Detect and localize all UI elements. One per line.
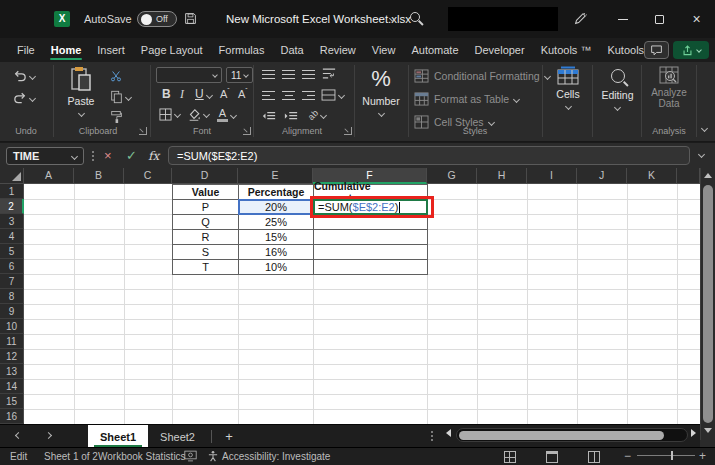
column-header-E[interactable]: E: [238, 168, 313, 184]
editing-button[interactable]: Editing: [595, 66, 640, 136]
previous-sheet-icon[interactable]: [15, 432, 22, 439]
underline-dropdown-icon[interactable]: [206, 92, 213, 99]
cell-D2[interactable]: P: [172, 199, 239, 215]
font-name-combo[interactable]: [156, 67, 222, 83]
column-header-D[interactable]: D: [172, 168, 238, 184]
fill-color-button[interactable]: [187, 108, 209, 121]
document-title[interactable]: New Microsoft Excel Worksheet.xlsx: [226, 13, 411, 25]
worksheet-grid[interactable]: ABCDEFGHIJK12345678910111213141516ValueP…: [0, 168, 700, 424]
redo-button[interactable]: [13, 92, 35, 104]
row-header-14[interactable]: 14: [0, 379, 24, 394]
increase-indent-button[interactable]: [284, 111, 298, 122]
search-icon[interactable]: [410, 12, 420, 22]
table-header-D[interactable]: Value: [172, 184, 239, 200]
font-dialog-launcher[interactable]: [243, 127, 251, 135]
zoom-slider-thumb[interactable]: [671, 451, 673, 460]
cell-F3[interactable]: [313, 214, 428, 230]
sheet-tab-sheet1[interactable]: Sheet1: [88, 425, 148, 448]
comments-button[interactable]: [644, 41, 669, 59]
vertical-scrollbar-thumb[interactable]: [703, 185, 713, 423]
expand-formula-bar-icon[interactable]: [698, 151, 705, 158]
column-header-B[interactable]: B: [74, 168, 124, 184]
column-header-A[interactable]: A: [24, 168, 74, 184]
close-button[interactable]: ×: [680, 3, 713, 35]
cell-E6[interactable]: 10%: [238, 259, 314, 275]
row-header-16[interactable]: 16: [0, 409, 24, 424]
tab-automate[interactable]: Automate: [410, 44, 459, 56]
number-format-button[interactable]: % Number: [356, 66, 406, 136]
formula-bar-grip[interactable]: [92, 151, 94, 153]
bold-button[interactable]: B: [162, 87, 171, 101]
wrap-text-button[interactable]: [322, 67, 336, 80]
column-header-I[interactable]: I: [527, 168, 577, 184]
align-bottom-icon[interactable]: [302, 70, 315, 79]
row-header-1[interactable]: 1: [0, 184, 24, 199]
align-right-icon[interactable]: [302, 91, 315, 100]
cancel-button[interactable]: ×: [104, 147, 112, 165]
underline-button[interactable]: U: [195, 87, 204, 101]
cell-E3[interactable]: 25%: [238, 214, 314, 230]
tab-page-layout[interactable]: Page Layout: [140, 44, 204, 56]
align-top-icon[interactable]: [262, 70, 275, 79]
column-header-J[interactable]: J: [577, 168, 627, 184]
row-header-12[interactable]: 12: [0, 349, 24, 364]
row-header-9[interactable]: 9: [0, 304, 24, 319]
zoom-out-button[interactable]: −: [624, 449, 631, 463]
vertical-scrollbar[interactable]: [700, 168, 715, 440]
cell-E2[interactable]: 20%: [238, 199, 314, 215]
cell-E5[interactable]: 16%: [238, 244, 314, 260]
cell-F2-formula[interactable]: =SUM($E$2:E2): [313, 199, 428, 215]
minimize-button[interactable]: [606, 3, 639, 35]
align-center-icon[interactable]: [282, 91, 295, 100]
tab-review[interactable]: Review: [319, 44, 357, 56]
add-sheet-button[interactable]: +: [220, 427, 238, 445]
autosave-toggle[interactable]: Off: [137, 11, 177, 27]
row-header-15[interactable]: 15: [0, 394, 24, 409]
tab-view[interactable]: View: [371, 44, 397, 56]
cut-button[interactable]: [110, 70, 122, 82]
share-button[interactable]: [673, 41, 709, 59]
insert-function-button[interactable]: fx: [148, 147, 159, 165]
accessibility-icon[interactable]: [207, 450, 219, 464]
scroll-up-icon[interactable]: [704, 173, 712, 178]
column-header-G[interactable]: G: [427, 168, 477, 184]
align-middle-icon[interactable]: [282, 70, 295, 79]
save-icon[interactable]: [184, 12, 197, 25]
copy-button[interactable]: [110, 90, 131, 104]
alignment-dialog-launcher[interactable]: [344, 127, 352, 135]
row-header-6[interactable]: 6: [0, 259, 24, 274]
font-size-combo[interactable]: 11: [226, 67, 253, 83]
row-header-2[interactable]: 2: [0, 199, 24, 214]
conditional-formatting-button[interactable]: Conditional Formatting: [414, 69, 550, 83]
cell-F4[interactable]: [313, 229, 428, 245]
maximize-button[interactable]: [643, 3, 676, 35]
format-painter-button[interactable]: [110, 110, 122, 124]
cell-D5[interactable]: S: [172, 244, 239, 260]
row-header-10[interactable]: 10: [0, 319, 24, 334]
clipboard-dialog-launcher[interactable]: [139, 127, 147, 135]
tab-file[interactable]: File: [16, 44, 36, 56]
increase-font-size-button[interactable]: Aˆ: [220, 87, 230, 100]
tab-kutools[interactable]: Kutools ™: [540, 44, 593, 56]
tab-developer[interactable]: Developer: [474, 44, 526, 56]
decrease-indent-button[interactable]: [262, 111, 276, 122]
excel-app-icon[interactable]: [54, 11, 70, 27]
select-all-corner[interactable]: [0, 168, 24, 184]
column-header-H[interactable]: H: [477, 168, 527, 184]
tab-insert[interactable]: Insert: [96, 44, 126, 56]
row-header-5[interactable]: 5: [0, 244, 24, 259]
name-box[interactable]: TIME: [6, 147, 84, 165]
page-layout-view-icon[interactable]: [546, 451, 558, 463]
sheet-tab-sheet2[interactable]: Sheet2: [148, 425, 207, 448]
hscroll-left-icon[interactable]: [446, 429, 451, 437]
cell-E4[interactable]: 15%: [238, 229, 314, 245]
format-as-table-button[interactable]: Format as Table: [414, 92, 519, 106]
row-header-4[interactable]: 4: [0, 229, 24, 244]
row-header-13[interactable]: 13: [0, 364, 24, 379]
row-header-8[interactable]: 8: [0, 289, 24, 304]
tab-home[interactable]: Home: [50, 44, 83, 56]
undo-button[interactable]: [13, 70, 35, 82]
align-left-icon[interactable]: [262, 91, 275, 100]
collapse-ribbon-icon[interactable]: [701, 125, 708, 132]
table-header-E[interactable]: Percentage: [238, 184, 314, 200]
